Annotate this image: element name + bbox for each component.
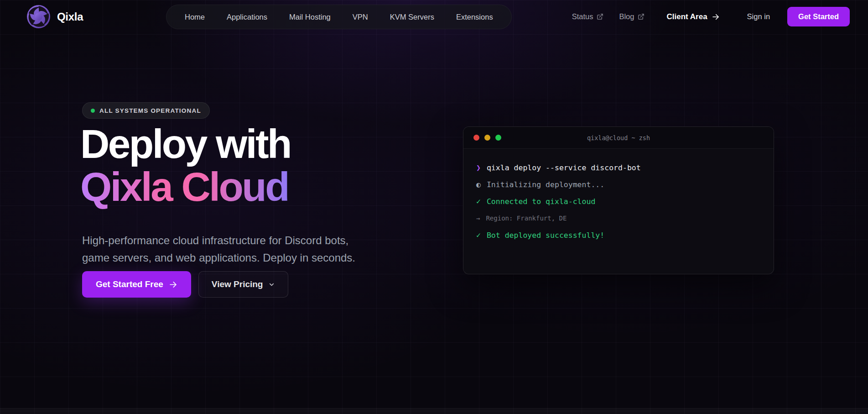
check-icon: ✓ <box>476 227 481 244</box>
hero-title: Deploy with Qixla Cloud <box>80 122 291 209</box>
main-nav-pill: Home Applications Mail Hosting VPN KVM S… <box>166 5 512 29</box>
get-started-free-button[interactable]: Get Started Free <box>82 271 191 298</box>
view-pricing-label: View Pricing <box>212 279 263 289</box>
minimize-icon <box>484 135 490 141</box>
status-dot-icon <box>91 109 95 113</box>
status-link-label: Status <box>572 12 593 21</box>
terminal-line-command: ❯ qixla deploy --service discord-bot <box>476 159 761 176</box>
terminal-line-detail: → Region: Frankfurt, DE <box>476 210 761 227</box>
nav-right-cluster: Status Blog Client Area Sign in Get Star… <box>572 0 850 33</box>
nav-item-mail-hosting[interactable]: Mail Hosting <box>289 13 331 21</box>
terminal-body: ❯ qixla deploy --service discord-bot ◐ I… <box>463 149 774 254</box>
hero-cta-row: Get Started Free View Pricing <box>82 271 288 298</box>
terminal-title: qixla@cloud ~ zsh <box>463 134 774 141</box>
nav-item-vpn[interactable]: VPN <box>353 13 368 21</box>
nav-item-home[interactable]: Home <box>185 13 205 21</box>
status-link[interactable]: Status <box>572 12 604 21</box>
nav-item-extensions[interactable]: Extensions <box>456 13 493 21</box>
next-section-edge <box>0 408 868 414</box>
client-area-link[interactable]: Client Area <box>666 12 719 21</box>
arrow-right-icon <box>169 280 177 289</box>
spinner-icon: ◐ <box>476 176 481 193</box>
terminal-line-success: ✓ Connected to qixla-cloud <box>476 193 761 210</box>
brand-name: Qixla <box>57 10 83 23</box>
qixla-logo-icon <box>26 5 51 29</box>
get-started-free-label: Get Started Free <box>96 279 163 289</box>
terminal-window: qixla@cloud ~ zsh ❯ qixla deploy --servi… <box>463 126 774 274</box>
terminal-titlebar: qixla@cloud ~ zsh <box>463 127 774 149</box>
get-started-button[interactable]: Get Started <box>787 7 850 26</box>
terminal-line-info: ◐ Initializing deployment... <box>476 176 761 193</box>
arrow-right-icon: → <box>476 210 480 227</box>
sign-in-link[interactable]: Sign in <box>747 12 770 21</box>
top-navigation: Qixla Home Applications Mail Hosting VPN… <box>0 0 868 33</box>
hero-subtitle: High-performance cloud infrastructure fo… <box>82 232 369 267</box>
client-area-label: Client Area <box>666 12 707 21</box>
status-badge[interactable]: ALL SYSTEMS OPERATIONAL <box>82 102 210 119</box>
chevron-down-icon <box>268 281 275 288</box>
blog-link[interactable]: Blog <box>619 12 645 21</box>
brand[interactable]: Qixla <box>26 5 83 29</box>
nav-item-applications[interactable]: Applications <box>227 13 267 21</box>
status-badge-label: ALL SYSTEMS OPERATIONAL <box>99 107 201 114</box>
view-pricing-button[interactable]: View Pricing <box>198 271 289 298</box>
prompt-icon: ❯ <box>476 159 481 176</box>
traffic-lights <box>473 135 501 141</box>
arrow-right-icon <box>712 13 720 21</box>
maximize-icon <box>495 135 501 141</box>
external-link-icon <box>638 13 645 20</box>
close-icon <box>473 135 479 141</box>
terminal-line-success: ✓ Bot deployed successfully! <box>476 227 761 244</box>
check-icon: ✓ <box>476 193 481 210</box>
hero-title-line2: Qixla Cloud <box>80 164 288 210</box>
external-link-icon <box>597 13 603 20</box>
nav-item-kvm-servers[interactable]: KVM Servers <box>390 13 434 21</box>
hero-title-line1: Deploy with <box>80 121 291 167</box>
blog-link-label: Blog <box>619 12 634 21</box>
